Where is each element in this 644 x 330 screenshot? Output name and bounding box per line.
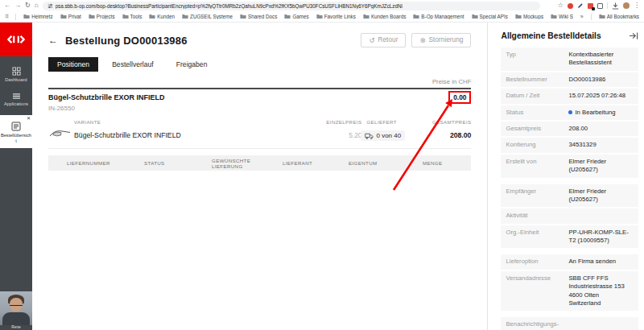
col-status: STATUS — [144, 160, 212, 166]
col-eigentum: EIGENTUM — [349, 160, 423, 166]
app-frame: Dashboard Applications ✕ Bestellübersich… — [0, 23, 644, 330]
tab-bar: Positionen Bestellverlauf Freigaben — [48, 57, 471, 72]
bookmarks-divider-2 — [591, 14, 592, 20]
reload-icon[interactable]: ↻ — [25, 2, 31, 9]
details-row-label: Org.-Einheit — [506, 229, 568, 245]
browser-window: ← → ↻ ⌂ psa.sbb.b-op.com/bop-desktop?Bus… — [0, 0, 644, 330]
col-menge: MENGE — [423, 160, 471, 166]
details-row-label: Typ — [506, 51, 568, 68]
stornierung-button[interactable]: ⊗ Stornierung — [411, 33, 471, 47]
all-bookmarks-button[interactable]: All Bookmarks — [599, 14, 639, 19]
forward-icon[interactable]: → — [14, 2, 21, 9]
bookmark-folder[interactable]: B-Op Management — [413, 14, 464, 19]
url-text: psa.sbb.b-op.com/bop-desktop?BusinessPar… — [56, 3, 402, 9]
tab-positionen[interactable]: Positionen — [48, 57, 98, 72]
details-row-value: DO00013986 — [568, 76, 634, 84]
main-content: ← Bestellung DO00013986 ↺ Retour ⊗ Storn… — [32, 23, 487, 330]
address-bar[interactable]: psa.sbb.b-op.com/bop-desktop?BusinessPar… — [43, 2, 540, 10]
details-row-label: Status — [506, 109, 568, 117]
back-arrow-icon[interactable]: ← — [48, 35, 58, 45]
bookmark-star-icon[interactable]: ☆ — [558, 2, 564, 9]
profile-avatar-icon[interactable] — [623, 2, 630, 9]
details-row-label: Benachrichtigungs-E-Mail — [506, 320, 568, 330]
details-row-value — [568, 212, 634, 220]
position-name: Bügel-Schutzbrille EXOR INFIELD — [74, 131, 317, 139]
downloads-icon[interactable] — [612, 2, 619, 10]
details-row: Aktivität — [501, 208, 638, 223]
bookmark-folder[interactable]: Shared Docs — [240, 14, 277, 19]
details-row-value: 34531329 — [568, 141, 634, 149]
details-row-value: 15.07.2025 07:26:48 — [568, 92, 634, 100]
delivery-table-header: LIEFERNUMMER STATUS GEWÜNSCHTE LIEFERUNG… — [48, 155, 471, 171]
extension-icon[interactable] — [597, 3, 603, 9]
site-info-icon[interactable] — [47, 3, 53, 9]
bookmark-folder[interactable]: Tools — [122, 14, 142, 19]
position-total: 208.00 — [408, 131, 471, 139]
details-row-label: Datum / Zeit — [506, 92, 568, 100]
status-dot — [568, 110, 572, 114]
tab-freigaben[interactable]: Freigaben — [167, 57, 217, 72]
details-row-label: Kontierung — [506, 141, 568, 149]
section-divider — [48, 88, 471, 89]
sidebar-card-bestelluebersicht[interactable]: ✕ Bestellübersicht — [0, 115, 32, 148]
currency-note: Preise in CHF — [48, 78, 471, 85]
bookmark-folder[interactable]: Kunden Boards — [363, 14, 406, 19]
details-row-value: 208.00 — [568, 125, 634, 133]
sbb-arrows-icon — [6, 35, 26, 44]
pencil-extension-icon[interactable] — [577, 2, 584, 9]
bookmark-folder[interactable]: Kunden — [149, 14, 175, 19]
user-avatar[interactable]: Rene — [0, 291, 32, 330]
details-row: Kontierung34531329 — [501, 138, 638, 152]
toolbar-divider — [607, 2, 608, 9]
folder-icon — [149, 14, 155, 19]
sidebar-item-dashboard[interactable]: Dashboard — [0, 67, 32, 82]
delivered-badge: 0 von 40 — [361, 130, 405, 141]
folder-icon — [599, 14, 605, 19]
details-row-label: Lieferoption — [506, 258, 568, 266]
user-photo — [0, 291, 32, 325]
col-gesamtpreis: GESAMTPREIS — [408, 119, 471, 125]
close-icon[interactable]: ✕ — [27, 116, 31, 122]
retour-button[interactable]: ↺ Retour — [361, 33, 406, 47]
sidebar-item-applications[interactable]: Applications — [0, 93, 32, 106]
col-liefernummer: LIEFERNUMMER — [67, 160, 144, 166]
sidebar-item-label: Dashboard — [5, 77, 27, 82]
folder-icon — [122, 14, 129, 19]
bookmark-folder[interactable]: Special APIs — [472, 14, 508, 19]
details-row-value: An Firma senden — [568, 258, 634, 266]
toolbar-actions: ☆ ⋮ — [558, 2, 640, 10]
bookmarks-overflow-chevron[interactable]: » — [580, 14, 584, 19]
cancel-circle-icon: ⊗ — [419, 36, 425, 44]
bookmark-folder[interactable]: Games — [284, 14, 308, 19]
folder-icon — [472, 14, 478, 19]
sbb-logo[interactable] — [0, 23, 32, 56]
details-row-value — [568, 320, 634, 330]
back-icon[interactable]: ← — [4, 2, 10, 9]
bookmarks-list: HeimnetzPrivatProjectsToolsKundenZUGSEIL… — [23, 14, 573, 19]
details-row-label: Aktivität — [506, 212, 568, 220]
bookmark-folder[interactable]: Favorite Links — [316, 14, 356, 19]
details-row-label: Bestellnummer — [506, 76, 568, 84]
home-icon[interactable]: ⌂ — [35, 2, 39, 9]
bookmark-folder[interactable]: Privat — [60, 14, 81, 19]
bookmark-folder[interactable]: Wiki Seiten — [551, 14, 573, 19]
bookmark-folder[interactable]: Mockups — [515, 14, 543, 19]
position-row[interactable]: Bügel-Schutzbrille EXOR INFIELD 5.20 0 v… — [48, 127, 471, 149]
col-gewuenschte-lieferung: GEWÜNSCHTE LIEFERUNG — [212, 158, 283, 169]
details-row-label: Empfänger — [506, 188, 568, 204]
bookmark-folder[interactable]: Projects — [89, 14, 115, 19]
tab-bestellverlauf[interactable]: Bestellverlauf — [103, 57, 163, 72]
bookmark-folder[interactable]: Heimnetz — [23, 14, 53, 19]
apps-grid-icon[interactable]: ⠿ — [5, 14, 8, 20]
colors-extension-icon[interactable] — [588, 3, 593, 9]
col-einzelpreis: EINZELPREIS — [317, 119, 361, 125]
col-variante: VARIANTE — [74, 119, 317, 125]
collapse-panel-icon[interactable] — [629, 31, 638, 40]
position-group-id: IN-26550 — [48, 105, 471, 112]
adblock-extension-icon[interactable] — [568, 3, 573, 9]
menu-dots-icon[interactable]: ⋮ — [634, 2, 640, 9]
folder-icon — [23, 14, 30, 19]
return-icon: ↺ — [369, 36, 374, 44]
folder-icon — [182, 14, 188, 19]
bookmark-folder[interactable]: ZUGSEIL Systeme — [182, 14, 233, 19]
